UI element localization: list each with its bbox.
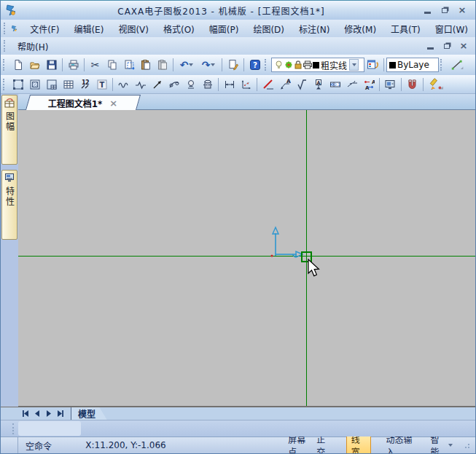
prev-page-button[interactable]: [31, 408, 42, 419]
arrow-button[interactable]: [149, 77, 165, 93]
snap-settings-button[interactable]: [404, 77, 421, 93]
hole-axis-button[interactable]: [182, 77, 199, 93]
gear-button[interactable]: [199, 77, 216, 93]
current-color-name: ByLaye: [396, 60, 431, 70]
formula-curve-button[interactable]: [165, 77, 182, 93]
minimize-button[interactable]: [421, 5, 433, 15]
last-page-button[interactable]: [55, 408, 66, 419]
menu-draw[interactable]: 绘图(D): [246, 20, 292, 37]
layer-combo[interactable]: 粗实线: [271, 58, 364, 72]
display-settings-button[interactable]: [382, 77, 399, 93]
close-button[interactable]: ×: [456, 5, 468, 15]
parameter-table-button[interactable]: [60, 77, 77, 93]
first-page-icon: [22, 410, 29, 417]
leader-note-button[interactable]: A: [276, 77, 293, 93]
datum-symbol-button[interactable]: A: [310, 77, 327, 93]
next-page-button[interactable]: [43, 408, 54, 419]
undo-dropdown-icon[interactable]: [189, 63, 193, 66]
technical-requirements-button[interactable]: T: [93, 77, 110, 93]
roughness-button[interactable]: [293, 77, 310, 93]
document-tab[interactable]: 工程图文档1* ×: [26, 95, 141, 110]
load-frame-button[interactable]: [26, 77, 43, 93]
serial-number-button[interactable]: 12: [77, 77, 93, 93]
standard-toolbar-grip[interactable]: [3, 59, 6, 71]
save-file-button[interactable]: [43, 57, 60, 73]
layer-toolbar-grip[interactable]: [265, 59, 268, 71]
dimension-edit-button[interactable]: AA: [360, 77, 377, 93]
copy-button[interactable]: [104, 57, 120, 73]
current-layer-name: 粗实线: [319, 59, 348, 71]
cut-button[interactable]: ✂: [87, 57, 104, 73]
svg-text:2: 2: [85, 79, 90, 86]
menu-tools[interactable]: 工具(T): [383, 20, 428, 37]
svg-text:T: T: [99, 81, 104, 89]
menu-modify[interactable]: 修改(M): [337, 20, 383, 37]
line-toolbar-grip[interactable]: [440, 59, 443, 71]
caxa-logo-icon: [5, 4, 18, 17]
command-bar-grip[interactable]: [12, 423, 14, 434]
weld-symbol-button[interactable]: [343, 77, 360, 93]
mouse-cursor-icon: [308, 259, 321, 278]
print-button[interactable]: [65, 57, 82, 73]
help-button[interactable]: ?: [246, 57, 263, 73]
sidebar-tab-sheet[interactable]: 图幅: [1, 95, 17, 165]
mdi-minimize-button[interactable]: [424, 41, 436, 51]
svg-text:A: A: [316, 79, 320, 85]
new-file-icon: [12, 59, 24, 71]
menu-edit[interactable]: 编辑(E): [66, 20, 111, 37]
document-tab-close-icon[interactable]: ×: [110, 98, 118, 109]
color-combo[interactable]: ByLaye: [386, 58, 439, 72]
menu-bar: 文件(F) 编辑(E) 视图(V) 格式(O) 幅面(P) 绘图(D) 标注(N…: [1, 20, 475, 37]
redo-button[interactable]: ↷: [198, 57, 219, 73]
first-page-button[interactable]: [20, 408, 31, 419]
menu-help[interactable]: 帮助(H): [10, 38, 55, 55]
svg-text:0.1: 0.1: [333, 82, 340, 87]
menu-file[interactable]: 文件(F): [23, 20, 66, 37]
frame-settings-button[interactable]: [9, 77, 26, 93]
smart-snap-dropdown-icon[interactable]: [448, 444, 453, 447]
layer-color-swatch: [313, 62, 319, 69]
command-input[interactable]: [18, 421, 81, 436]
tolerance-button[interactable]: 0.1: [327, 77, 343, 93]
sidebar-tab-properties[interactable]: 特性: [1, 170, 17, 240]
mdi-restore-button[interactable]: [441, 41, 453, 51]
model-tab[interactable]: 模型: [71, 407, 107, 420]
paste-button[interactable]: [137, 57, 154, 73]
title-block-button[interactable]: [43, 77, 60, 93]
menu-view[interactable]: 视图(V): [111, 20, 156, 37]
two-point-line-button[interactable]: [447, 57, 467, 73]
menubar2-grip[interactable]: [4, 40, 7, 52]
undo-button[interactable]: ↶: [176, 57, 198, 73]
menu-window[interactable]: 窗口(W): [428, 20, 475, 37]
menu-format[interactable]: 格式(O): [156, 20, 202, 37]
selective-paste-button[interactable]: [154, 57, 171, 73]
svg-text:?: ?: [252, 60, 257, 69]
mdi-close-button[interactable]: ×: [458, 41, 469, 51]
sheet-toolbar-grip[interactable]: [3, 79, 6, 90]
format-painter-button[interactable]: [225, 57, 241, 73]
menubar-grip[interactable]: [4, 23, 6, 34]
style-manager-button[interactable]: [426, 77, 448, 93]
roughness-icon: [296, 79, 308, 90]
sidebar-tab-sheet-label: 图幅: [4, 111, 16, 132]
new-file-button[interactable]: [9, 57, 26, 73]
menu-dimension[interactable]: 标注(N): [292, 20, 337, 37]
layer-combo-dropdown[interactable]: [349, 59, 359, 71]
wave-line-button[interactable]: [115, 77, 132, 93]
layer-settings-button[interactable]: [364, 57, 381, 73]
dimension-button[interactable]: [221, 77, 238, 93]
coordinate-dimension-button[interactable]: [238, 77, 254, 93]
restore-button[interactable]: [439, 5, 450, 15]
load-frame-icon: [29, 79, 41, 90]
redo-dropdown-icon[interactable]: [211, 63, 215, 66]
resize-grip-icon[interactable]: [464, 442, 471, 449]
chamfer-dimension-button[interactable]: [260, 77, 276, 93]
format-painter-icon: [227, 59, 239, 71]
copy-with-basepoint-button[interactable]: [120, 57, 137, 73]
command-bar[interactable]: [1, 420, 475, 437]
double-fold-line-button[interactable]: [132, 77, 149, 93]
menu-sheet[interactable]: 幅面(P): [202, 20, 246, 37]
open-file-button[interactable]: [26, 57, 43, 73]
prev-page-icon: [34, 410, 40, 417]
drawing-canvas[interactable]: [18, 110, 475, 407]
